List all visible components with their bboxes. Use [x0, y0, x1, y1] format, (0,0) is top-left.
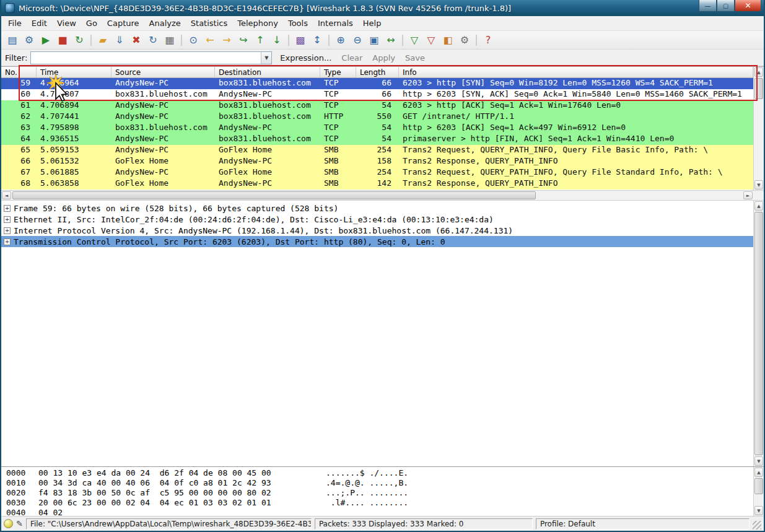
capture-restart-icon[interactable]: ↻	[71, 33, 87, 48]
go-forward-icon[interactable]: →	[219, 33, 235, 48]
scrollbar-thumb[interactable]	[754, 78, 763, 99]
menu-item-statistics[interactable]: Statistics	[186, 17, 232, 30]
packet-source: box831.bluehost.com	[111, 89, 215, 100]
hscrollbar-thumb[interactable]	[12, 191, 536, 199]
go-to-top-icon[interactable]: ↑	[252, 33, 268, 48]
menu-item-go[interactable]: Go	[81, 17, 102, 30]
filter-dropdown-button[interactable]: ▼	[261, 52, 271, 64]
menu-item-telephony[interactable]: Telephony	[232, 17, 283, 30]
zoom-in-icon[interactable]: ⊕	[333, 33, 349, 48]
column-no[interactable]: No.	[1, 67, 37, 77]
save-button[interactable]: Save	[400, 52, 430, 64]
edit-comment-icon[interactable]: ✎	[16, 519, 23, 528]
colorize-list-icon[interactable]: ▩	[292, 33, 308, 48]
packet-info: Trans2 Request, QUERY_PATH_INFO, Query F…	[399, 167, 753, 178]
capture-stop-icon[interactable]: ■	[55, 33, 71, 48]
coloring-rules-icon[interactable]: ◧	[440, 33, 456, 48]
packet-detail-row[interactable]: + Frame 59: 66 bytes on wire (528 bits),…	[1, 203, 753, 214]
scroll-right-button[interactable]: ►	[743, 191, 753, 199]
scroll-down-button[interactable]: ▼	[754, 456, 763, 466]
packet-row[interactable]: 60 4.706807 box831.bluehost.com AndysNew…	[1, 89, 753, 100]
packet-detail-row[interactable]: + Internet Protocol Version 4, Src: Andy…	[1, 225, 753, 236]
menu-item-capture[interactable]: Capture	[102, 17, 144, 30]
packet-row[interactable]: 68 5.063858 GoFlex Home AndysNew-PC SMB …	[1, 178, 753, 190]
scroll-up-button[interactable]: ▲	[754, 468, 763, 477]
packet-row[interactable]: 62 4.707441 AndysNew-PC box831.bluehost.…	[1, 111, 753, 123]
expert-info-icon[interactable]	[4, 519, 13, 528]
menu-item-view[interactable]: View	[52, 17, 81, 30]
minimize-button[interactable]: —	[699, 0, 717, 12]
open-file-icon[interactable]: ▰	[95, 33, 111, 48]
column-type[interactable]: Type	[320, 67, 356, 77]
menu-item-tools[interactable]: Tools	[283, 17, 313, 30]
save-file-icon[interactable]: ⇓	[111, 33, 128, 48]
list-interfaces-icon[interactable]: ▤	[4, 33, 20, 48]
scroll-up-button[interactable]: ▲	[754, 68, 763, 77]
packet-detail-row[interactable]: + Ethernet II, Src: IntelCor_2f:04:de (0…	[1, 214, 753, 225]
packet-list-scrollbar[interactable]: ▲ ▼	[753, 67, 764, 190]
scroll-down-button[interactable]: ▼	[754, 180, 763, 190]
expression-button[interactable]: Expression...	[275, 52, 336, 64]
capture-filters-icon[interactable]: ▽	[406, 33, 422, 48]
expander-icon[interactable]: +	[4, 238, 11, 245]
expander-icon[interactable]: +	[4, 205, 11, 212]
column-destination[interactable]: Destination	[215, 67, 320, 77]
menu-item-analyze[interactable]: Analyze	[144, 17, 186, 30]
menu-item-help[interactable]: Help	[358, 17, 387, 30]
autoscroll-icon[interactable]: ↕	[309, 33, 325, 48]
zoom-out-icon[interactable]: ⊖	[349, 33, 365, 48]
scroll-left-button[interactable]: ◄	[2, 191, 11, 199]
menu-item-internals[interactable]: Internals	[313, 17, 358, 30]
close-button[interactable]: ✕	[735, 0, 761, 12]
packet-row[interactable]: 63 4.795898 box831.bluehost.com AndysNew…	[1, 123, 753, 134]
packet-list-hscrollbar[interactable]: ◄ ►	[1, 190, 764, 201]
hex-row[interactable]: 0010 00 34 3d ca 40 00 40 06 04 0f c0 a8…	[6, 478, 764, 488]
reload-file-icon[interactable]: ↻	[145, 33, 161, 48]
hex-row[interactable]: 0000 00 13 10 e3 e4 da 00 24 d6 2f 04 de…	[6, 468, 764, 478]
packet-row[interactable]: 61 4.706894 AndysNew-PC box831.bluehost.…	[1, 100, 753, 111]
expander-icon[interactable]: +	[4, 216, 11, 223]
resize-columns-icon[interactable]: ↔	[383, 33, 399, 48]
menu-item-file[interactable]: File	[3, 17, 27, 30]
packet-row[interactable]: 59 4.696964 AndysNew-PC box831.bluehost.…	[1, 78, 753, 89]
scroll-down-button[interactable]: ▼	[754, 506, 763, 515]
column-length[interactable]: Length	[356, 67, 399, 77]
zoom-100-icon[interactable]: ▣	[366, 33, 382, 48]
close-file-icon[interactable]: ✖	[128, 33, 144, 48]
display-filters-icon[interactable]: ▽	[423, 33, 439, 48]
scrollbar-thumb[interactable]	[754, 478, 763, 494]
hex-row[interactable]: 0030 20 00 6c 23 00 00 02 04 04 ec 01 03…	[6, 498, 764, 508]
preferences-icon[interactable]: ⚙	[457, 33, 473, 48]
go-to-bottom-icon[interactable]: ↓	[269, 33, 285, 48]
print-icon[interactable]: ▦	[162, 33, 178, 48]
resize-grip[interactable]	[753, 521, 761, 530]
menu-item-edit[interactable]: Edit	[27, 17, 52, 30]
hex-row[interactable]: 0040 04 02	[6, 508, 764, 516]
hex-row[interactable]: 0020 f4 83 18 3b 00 50 0c af c5 95 00 00…	[6, 488, 764, 498]
packet-row[interactable]: 67 5.061885 AndysNew-PC GoFlex Home SMB …	[1, 167, 753, 178]
go-to-packet-icon[interactable]: ↪	[235, 33, 251, 48]
packet-row[interactable]: 64 4.936515 AndysNew-PC box831.bluehost.…	[1, 134, 753, 145]
hex-scrollbar[interactable]: ▲ ▼	[753, 467, 764, 516]
filter-input[interactable]	[31, 52, 261, 64]
maximize-button[interactable]: ▢	[717, 0, 735, 12]
clear-button[interactable]: Clear	[336, 52, 367, 64]
filter-bar: Filter: ▼ Expression...ClearApplySave	[1, 50, 764, 66]
details-scrollbar[interactable]: ▲ ▼	[753, 201, 764, 466]
apply-button[interactable]: Apply	[367, 52, 400, 64]
scrollbar-thumb[interactable]	[754, 212, 763, 455]
column-source[interactable]: Source	[111, 67, 215, 77]
packet-row[interactable]: 65 5.059153 AndysNew-PC GoFlex Home SMB …	[1, 145, 753, 156]
go-back-icon[interactable]: ←	[202, 33, 218, 48]
capture-options-icon[interactable]: ⚙	[21, 33, 37, 48]
column-time[interactable]: Time	[37, 67, 111, 77]
packet-row[interactable]: 66 5.061532 GoFlex Home AndysNew-PC SMB …	[1, 156, 753, 167]
column-info[interactable]: Info	[399, 67, 753, 77]
capture-start-icon[interactable]: ▶	[38, 33, 54, 48]
packet-detail-row[interactable]: + Transmission Control Protocol, Src Por…	[1, 236, 753, 247]
status-profile-panel[interactable]: Profile: Default	[536, 518, 750, 530]
find-packet-icon[interactable]: ⊙	[185, 33, 201, 48]
help-icon[interactable]: ?	[480, 33, 496, 48]
scroll-up-button[interactable]: ▲	[754, 201, 763, 211]
expander-icon[interactable]: +	[4, 227, 11, 234]
